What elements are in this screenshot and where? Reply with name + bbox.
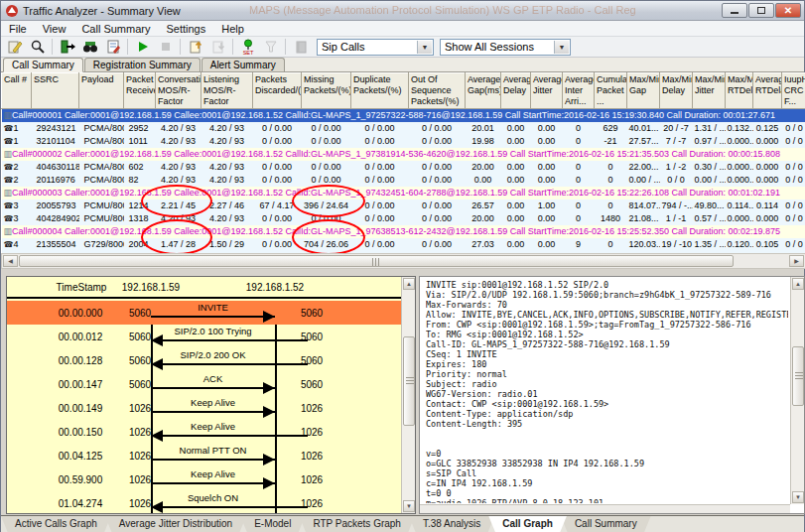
column-header[interactable]: Missing Packets/(%) <box>302 73 351 109</box>
stop-button[interactable] <box>155 38 176 56</box>
ladder-row[interactable]: 00.00.1491026Keep Alive1026 <box>7 396 402 420</box>
cell: 0.000 <box>753 135 782 148</box>
scrollbar-thumb[interactable] <box>19 255 734 267</box>
column-header[interactable]: Packet Received <box>124 73 156 109</box>
table-row[interactable]: 34042849025PCMU/800013184.20 / 934.20 / … <box>2 212 805 225</box>
column-header[interactable]: Max/Min Delay <box>660 73 693 109</box>
ladder-row[interactable]: 00.04.1251026Normal PTT ON1026 <box>7 444 402 467</box>
table-row[interactable]: 220116976PCMA/8000824.20 / 934.20 / 930 … <box>2 174 805 187</box>
column-header[interactable]: Max/Min RTDela... <box>726 73 753 109</box>
scroll-left-arrow-icon[interactable]: ◀ <box>3 255 18 267</box>
exit-button[interactable] <box>57 38 77 56</box>
filter-button[interactable] <box>260 38 281 56</box>
column-header[interactable]: Average Delay <box>501 73 531 109</box>
find-button[interactable] <box>79 38 100 56</box>
menu-help[interactable]: Help <box>213 23 252 35</box>
tab-active-calls-graph[interactable]: Active Calls Graph <box>1 516 111 532</box>
scroll-right-arrow-icon[interactable]: ▶ <box>789 255 804 267</box>
ladder-row[interactable]: 00.00.1501026Keep Alive1026 <box>7 420 402 444</box>
chevron-down-icon[interactable]: ▼ <box>417 41 432 54</box>
tab-call-summary[interactable]: Call Summary <box>3 58 83 72</box>
search-button[interactable] <box>27 38 48 56</box>
close-button[interactable]: ✕ <box>775 3 801 18</box>
table-horizontal-scrollbar[interactable]: ◀ ▶ <box>1 253 805 269</box>
ladder-row[interactable]: 00.59.9001026Keep Alive1026 <box>7 467 402 491</box>
set-button[interactable]: SET <box>237 38 258 56</box>
sip-horizontal-scrollbar[interactable] <box>420 504 790 513</box>
column-header[interactable]: Payload <box>79 73 124 109</box>
call-type-dropdown[interactable]: Sip Calls ▼ <box>317 39 434 56</box>
tab-t38-analysis[interactable]: T.38 Analysis <box>409 516 494 532</box>
column-header[interactable]: Average Gap(ms) <box>466 73 501 109</box>
ladder-vertical-scrollbar[interactable]: ▲ ▼ <box>401 277 415 513</box>
profile-edit-button[interactable] <box>4 38 25 56</box>
menu-file[interactable]: File <box>1 23 35 35</box>
column-header[interactable]: Average Jitter <box>531 73 563 109</box>
menu-settings[interactable]: Settings <box>158 23 213 35</box>
sip-vertical-scrollbar[interactable]: ▲ ▼ <box>790 277 804 504</box>
scroll-up-arrow-icon[interactable]: ▲ <box>792 278 804 290</box>
call-group-header[interactable]: Call#000004 Caller:0001@192.168.1.59 Cal… <box>2 225 805 238</box>
notes-button[interactable] <box>102 38 123 56</box>
column-header[interactable]: Listening MOS/R-Factor <box>201 73 253 109</box>
message-label: Keep Alive <box>151 468 275 479</box>
column-header[interactable]: IuupH... CRC F... <box>782 73 805 109</box>
call-group-header[interactable]: Call#000001 Caller:0001@192.168.1.59 Cal… <box>2 109 805 122</box>
column-header[interactable]: Packets Discarded/(%) <box>253 73 302 109</box>
call-group-header[interactable]: Call#000003 Caller:0001@192.168.1.59 Cal… <box>2 187 805 200</box>
scrollbar-thumb[interactable] <box>403 336 415 426</box>
column-header[interactable]: Cumulativ... Packet ... <box>595 73 627 109</box>
ladder-row[interactable]: 00.00.1475060ACK5060 <box>7 372 402 396</box>
cell: PCMU/8000 <box>79 200 124 212</box>
scroll-down-arrow-icon[interactable]: ▼ <box>792 491 804 503</box>
tab-rtp-packets-graph[interactable]: RTP Packets Graph <box>299 516 415 532</box>
table-row[interactable]: 320055793PCMU/800012142.21 / 452.27 / 46… <box>2 200 805 212</box>
ladder-row[interactable]: 00.00.0125060SIP/2.0 100 Trying5060 <box>7 325 402 348</box>
scrollbar-thumb[interactable] <box>792 346 804 406</box>
column-header[interactable]: Call # <box>2 73 32 109</box>
ladder-row[interactable]: 01.04.2741026Squelch ON1026 <box>7 491 402 514</box>
tab-average-jitter-distribution[interactable]: Average Jitter Distribution <box>105 516 246 532</box>
menu-call-summary[interactable]: Call Summary <box>73 23 158 35</box>
column-header[interactable]: Average Inter Arri... <box>563 73 595 109</box>
tab-call-summary-bottom[interactable]: Call Summary <box>561 516 651 532</box>
table-row[interactable]: 132101104PCMA/800010114.20 / 934.20 / 93… <box>2 135 805 148</box>
call-group-header[interactable]: Call#000002 Caller:0001@192.168.1.59 Cal… <box>2 148 805 161</box>
cell: 0 / 0.00 <box>302 135 351 148</box>
report-button[interactable] <box>290 38 311 56</box>
column-header[interactable]: Duplicate Packets/(%) <box>351 73 409 109</box>
message-label: ACK <box>151 373 275 384</box>
ladder-row[interactable]: 00.00.1285060SIP/2.0 200 OK5060 <box>7 348 402 372</box>
column-header[interactable]: Conversational MOS/R-Factor <box>156 73 201 109</box>
tab-call-graph[interactable]: Call Graph <box>488 516 567 532</box>
column-header[interactable]: Average RTDela... <box>753 73 782 109</box>
session-filter-dropdown[interactable]: Show All Sessions ▼ <box>440 39 571 56</box>
tab-e-model[interactable]: E-Model <box>240 516 305 532</box>
import-button[interactable] <box>207 38 228 56</box>
table-row[interactable]: 421355504G729/800020041.47 / 281.50 / 29… <box>2 238 805 251</box>
sip-message-text: INVITE sip:0001@192.168.1.52 SIP/2.0 Via… <box>426 280 788 503</box>
export-button[interactable] <box>185 38 205 56</box>
menu-view[interactable]: View <box>35 23 74 35</box>
column-header[interactable]: Max/Min Jitter <box>693 73 726 109</box>
cell: 0.000 <box>753 174 782 187</box>
call-type-value: Sip Calls <box>322 41 364 53</box>
ladder-dst-port: 1026 <box>290 403 334 414</box>
tab-registration-summary[interactable]: Registration Summary <box>84 58 201 71</box>
column-header[interactable]: SSRC <box>32 73 79 109</box>
minimize-button[interactable] <box>722 3 747 18</box>
scroll-down-arrow-icon[interactable]: ▼ <box>403 500 415 512</box>
message-arrow: Keep Alive <box>151 396 275 420</box>
scroll-up-arrow-icon[interactable]: ▲ <box>403 278 415 290</box>
column-header[interactable]: Out Of Sequence Packets/(%) <box>409 73 466 109</box>
table-row[interactable]: 24046301185PCMA/80006024.20 / 934.20 / 9… <box>2 161 805 174</box>
table-row[interactable]: 129243121PCMA/800029524.20 / 934.20 / 93… <box>2 122 805 135</box>
ladder-row[interactable]: 00.00.0005060INVITE5060 <box>7 301 402 325</box>
restore-button[interactable] <box>748 3 774 18</box>
column-header[interactable]: Max/Min Gap <box>627 73 660 109</box>
tab-alert-summary[interactable]: Alert Summary <box>201 58 285 71</box>
cell: 0 / 0 <box>782 174 805 187</box>
chevron-down-icon[interactable]: ▼ <box>554 41 569 54</box>
start-button[interactable] <box>132 38 153 56</box>
cell: 0.000... <box>726 174 753 187</box>
